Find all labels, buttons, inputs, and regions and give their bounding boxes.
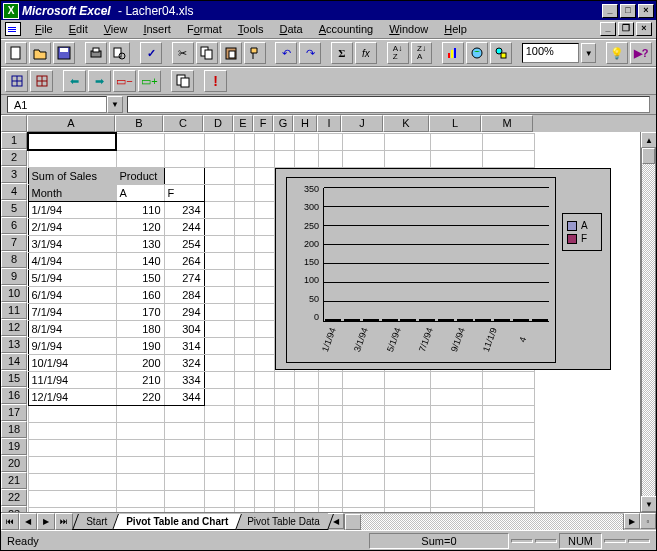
tip-wizard-button[interactable]: 💡	[606, 42, 628, 64]
menu-tools[interactable]: Tools	[230, 21, 272, 37]
new-button[interactable]	[5, 42, 27, 64]
child-minimize-button[interactable]: _	[600, 22, 616, 36]
row-header-16[interactable]: 16	[1, 387, 27, 404]
column-header-J[interactable]: J	[341, 115, 383, 132]
menu-accounting[interactable]: Accounting	[311, 21, 381, 37]
row-header-14[interactable]: 14	[1, 353, 27, 370]
autosum-button[interactable]: Σ	[331, 42, 353, 64]
tb2-alert[interactable]: !	[204, 70, 227, 92]
menu-data[interactable]: Data	[271, 21, 310, 37]
tab-split-handle[interactable]: ▫	[640, 513, 656, 529]
column-header-C[interactable]: C	[163, 115, 203, 132]
row-header-21[interactable]: 21	[1, 472, 27, 489]
print-button[interactable]	[85, 42, 107, 64]
minimize-button[interactable]: _	[602, 4, 618, 18]
tb2-btn-1[interactable]	[5, 70, 28, 92]
row-header-5[interactable]: 5	[1, 200, 27, 217]
row-header-19[interactable]: 19	[1, 438, 27, 455]
name-box[interactable]: A1	[7, 96, 107, 113]
row-header-4[interactable]: 4	[1, 183, 27, 200]
menu-file[interactable]: File	[27, 21, 61, 37]
column-header-B[interactable]: B	[115, 115, 163, 132]
vscroll-thumb[interactable]	[642, 148, 655, 164]
column-header-L[interactable]: L	[429, 115, 481, 132]
undo-button[interactable]: ↶	[275, 42, 297, 64]
copy-button[interactable]	[196, 42, 218, 64]
tab-last-button[interactable]: ⏭	[55, 513, 73, 530]
column-header-F[interactable]: F	[253, 115, 273, 132]
zoom-dropdown[interactable]: ▼	[581, 43, 596, 63]
scroll-down-button[interactable]: ▼	[641, 496, 656, 512]
embedded-chart[interactable]: 350300250200150100500 1/1/943/1/945/1/94…	[275, 168, 611, 370]
redo-button[interactable]: ↷	[299, 42, 321, 64]
row-header-17[interactable]: 17	[1, 404, 27, 421]
row-header-10[interactable]: 10	[1, 285, 27, 302]
column-header-M[interactable]: M	[481, 115, 533, 132]
child-restore-button[interactable]: ❐	[618, 22, 634, 36]
format-painter-button[interactable]	[244, 42, 266, 64]
row-header-7[interactable]: 7	[1, 234, 27, 251]
tb2-copy-sheet[interactable]	[171, 70, 194, 92]
drawing-button[interactable]	[490, 42, 512, 64]
tb2-collapse[interactable]: ▭−	[113, 70, 136, 92]
sort-asc-button[interactable]: A↓Z	[387, 42, 409, 64]
help-button[interactable]: ▶?	[630, 42, 652, 64]
name-box-dropdown[interactable]: ▼	[107, 96, 123, 113]
scroll-right-button[interactable]: ▶	[624, 513, 640, 529]
row-header-15[interactable]: 15	[1, 370, 27, 387]
row-header-22[interactable]: 22	[1, 489, 27, 506]
print-preview-button[interactable]	[109, 42, 131, 64]
child-close-button[interactable]: ×	[636, 22, 652, 36]
tab-next-button[interactable]: ▶	[37, 513, 55, 530]
paste-button[interactable]	[220, 42, 242, 64]
column-header-A[interactable]: A	[27, 115, 115, 132]
menu-edit[interactable]: Edit	[61, 21, 96, 37]
column-header-H[interactable]: H	[293, 115, 317, 132]
row-header-20[interactable]: 20	[1, 455, 27, 472]
column-header-K[interactable]: K	[383, 115, 429, 132]
map-button[interactable]	[466, 42, 488, 64]
row-header-8[interactable]: 8	[1, 251, 27, 268]
open-button[interactable]	[29, 42, 51, 64]
save-button[interactable]	[53, 42, 75, 64]
chart-wizard-button[interactable]	[442, 42, 464, 64]
function-wizard-button[interactable]: fx	[355, 42, 377, 64]
maximize-button[interactable]: □	[620, 4, 636, 18]
tb2-btn-2[interactable]	[30, 70, 53, 92]
tab-prev-button[interactable]: ◀	[19, 513, 37, 530]
row-header-12[interactable]: 12	[1, 319, 27, 336]
row-header-9[interactable]: 9	[1, 268, 27, 285]
row-header-3[interactable]: 3	[1, 166, 27, 183]
cut-button[interactable]: ✂	[172, 42, 194, 64]
column-header-G[interactable]: G	[273, 115, 293, 132]
column-header-D[interactable]: D	[203, 115, 233, 132]
menu-insert[interactable]: Insert	[135, 21, 179, 37]
row-header-11[interactable]: 11	[1, 302, 27, 319]
select-all-corner[interactable]	[1, 115, 27, 132]
column-header-E[interactable]: E	[233, 115, 253, 132]
row-header-13[interactable]: 13	[1, 336, 27, 353]
workbook-icon[interactable]	[5, 22, 21, 36]
tb2-expand[interactable]: ▭+	[138, 70, 161, 92]
vertical-scrollbar[interactable]: ▲ ▼	[640, 132, 656, 512]
row-header-1[interactable]: 1	[1, 132, 27, 149]
column-header-I[interactable]: I	[317, 115, 341, 132]
hscroll-thumb[interactable]	[345, 514, 361, 530]
tab-first-button[interactable]: ⏮	[1, 513, 19, 530]
horizontal-scrollbar[interactable]: ◀ ▶	[328, 513, 640, 530]
scroll-up-button[interactable]: ▲	[641, 132, 656, 148]
cells-grid[interactable]: Sum of SalesProductMonthAF1/1/941102342/…	[27, 132, 640, 512]
formula-bar[interactable]	[127, 96, 650, 113]
menu-view[interactable]: View	[96, 21, 136, 37]
row-header-18[interactable]: 18	[1, 421, 27, 438]
menu-format[interactable]: Format	[179, 21, 230, 37]
close-button[interactable]: ×	[638, 4, 654, 18]
tb2-arrow-left[interactable]: ⬅	[63, 70, 86, 92]
row-header-2[interactable]: 2	[1, 149, 27, 166]
tb2-arrow-right[interactable]: ➡	[88, 70, 111, 92]
sheet-tab-pivot-data[interactable]: Pivot Table Data	[233, 514, 333, 530]
row-header-6[interactable]: 6	[1, 217, 27, 234]
spellcheck-button[interactable]: ✓	[140, 42, 162, 64]
zoom-input[interactable]: 100%	[522, 43, 579, 63]
menu-window[interactable]: Window	[381, 21, 436, 37]
